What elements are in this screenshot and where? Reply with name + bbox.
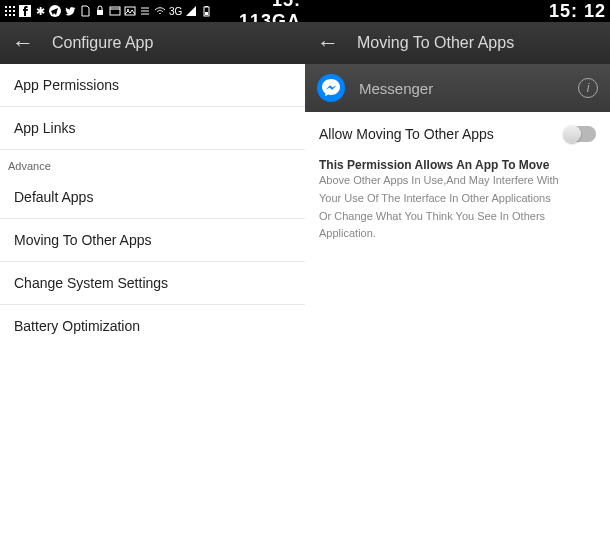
status-time: 15: 12 [309, 1, 606, 22]
header-title: Moving To Other Apps [357, 34, 514, 52]
svg-rect-6 [5, 14, 7, 16]
image-icon [124, 5, 136, 17]
status-bar: ✱ 3G 15: 113GA [0, 0, 305, 22]
allow-moving-toggle[interactable] [564, 126, 596, 142]
network-label: 3G [169, 6, 182, 17]
header-title: Configure App [52, 34, 153, 52]
app-permissions-item[interactable]: App Permissions [0, 64, 305, 107]
app-name: Messenger [359, 80, 564, 97]
toggle-row: Allow Moving To Other Apps [305, 112, 610, 152]
svg-rect-12 [110, 7, 120, 15]
header: ← Configure App [0, 22, 305, 64]
right-panel: 15: 12 ← Moving To Other Apps Messenger … [305, 0, 610, 542]
wifi-icon [154, 5, 166, 17]
svg-rect-4 [9, 10, 11, 12]
default-apps-item[interactable]: Default Apps [0, 176, 305, 219]
svg-rect-11 [97, 10, 103, 15]
status-bar: 15: 12 [305, 0, 610, 22]
svg-rect-3 [5, 10, 7, 12]
permission-desc-line: Or Change What You Think You See In Othe… [305, 208, 610, 226]
back-arrow-icon[interactable]: ← [317, 30, 339, 56]
content: App Permissions App Links Advance Defaul… [0, 64, 305, 542]
status-icons: ✱ 3G [4, 5, 212, 17]
permission-desc-line: Above Other Apps In Use,And May Interfer… [305, 172, 610, 190]
star-icon: ✱ [34, 5, 46, 17]
app-row: Messenger i [305, 64, 610, 112]
signal-icon [185, 5, 197, 17]
app-links-item[interactable]: App Links [0, 107, 305, 150]
messenger-icon [317, 74, 345, 102]
change-system-settings-item[interactable]: Change System Settings [0, 262, 305, 305]
battery-optimization-item[interactable]: Battery Optimization [0, 305, 305, 347]
header: ← Moving To Other Apps [305, 22, 610, 64]
advance-section-label: Advance [0, 150, 305, 176]
left-panel: ✱ 3G 15: 113GA ← Configure App App Permi… [0, 0, 305, 542]
svg-rect-1 [9, 6, 11, 8]
svg-rect-20 [205, 6, 208, 7]
facebook-icon [19, 5, 31, 17]
permission-desc-line: Your Use Of The Interface In Other Appli… [305, 190, 610, 208]
toggle-label: Allow Moving To Other Apps [319, 126, 564, 142]
window-icon [109, 5, 121, 17]
permission-desc-title: This Permission Allows An App To Move [305, 152, 610, 172]
telegram-icon [49, 5, 61, 17]
menu-icon [139, 5, 151, 17]
svg-rect-2 [13, 6, 15, 8]
lock-icon [94, 5, 106, 17]
svg-rect-14 [125, 7, 135, 15]
info-icon[interactable]: i [578, 78, 598, 98]
svg-rect-21 [205, 12, 208, 15]
back-arrow-icon[interactable]: ← [12, 30, 34, 56]
svg-rect-7 [9, 14, 11, 16]
toggle-thumb [563, 125, 581, 143]
sdcard-icon [79, 5, 91, 17]
svg-rect-0 [5, 6, 7, 8]
battery-icon [200, 5, 212, 17]
grid-icon [4, 5, 16, 17]
svg-rect-5 [13, 10, 15, 12]
twitter-icon [64, 5, 76, 17]
moving-to-other-apps-item[interactable]: Moving To Other Apps [0, 219, 305, 262]
permission-desc-line: Application. [305, 225, 610, 243]
svg-rect-8 [13, 14, 15, 16]
